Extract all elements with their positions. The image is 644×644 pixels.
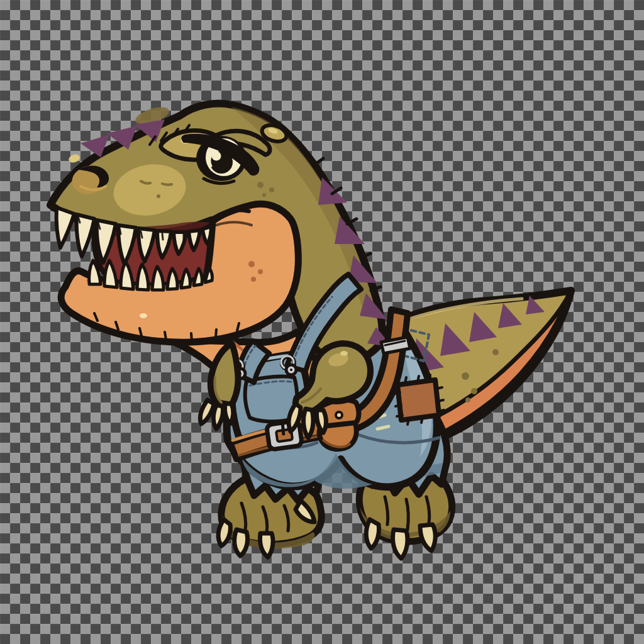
pouch-rivet xyxy=(336,412,342,418)
trex-sticker-image: Angry cartoon T-Rex wearing patched deni… xyxy=(0,0,644,644)
trex-illustration: Angry cartoon T-Rex wearing patched deni… xyxy=(0,0,644,644)
patch-brown xyxy=(394,375,444,425)
trex-mouth xyxy=(57,204,299,342)
